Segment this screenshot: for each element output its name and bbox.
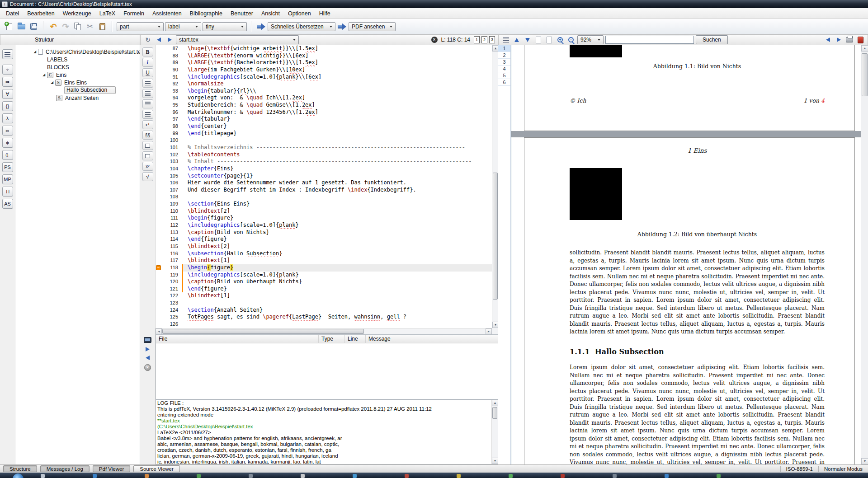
panel-toggle-messages-log[interactable]: Messages / Log [40, 465, 90, 472]
view-run-button[interactable] [338, 23, 346, 30]
code-line[interactable]: 87\huge{\textbf{wichtige arbeit}}\\[1.5e… [156, 45, 492, 52]
align-center-button[interactable] [142, 89, 153, 98]
sectioning-button[interactable]: §§ [142, 131, 153, 140]
code-line[interactable]: 108 [156, 193, 492, 201]
pdf-page-list[interactable]: 123456 [498, 45, 511, 464]
page-layout-button-1[interactable]: 1 [474, 36, 480, 43]
code-line[interactable]: 123 [156, 300, 492, 307]
pdf-scrollbar[interactable]: ▲ ▼ [861, 45, 868, 464]
code-line[interactable]: 90\Large{im Fachgebiet Gurken}\\[10ex] [156, 66, 492, 74]
misc-math-symbols-icon[interactable]: ∀ [2, 89, 13, 99]
expander-icon[interactable]: ◢ [41, 73, 47, 77]
taskbar-app-icon[interactable] [613, 474, 617, 478]
code-line[interactable]: 105\setcounter{page}{1} [156, 173, 492, 180]
taskbar-app-icon[interactable] [561, 474, 565, 478]
code-line[interactable]: 126 [156, 321, 492, 328]
scroll-down-arrow[interactable]: ▼ [861, 458, 868, 464]
menu-latex[interactable]: LaTeX [95, 9, 119, 18]
page-number-item[interactable]: 5 [498, 72, 510, 79]
scroll-down-arrow[interactable]: ▼ [492, 458, 498, 464]
taskbar[interactable] [0, 473, 868, 478]
pstricks-icon[interactable]: PS [2, 162, 13, 172]
enumerate-button[interactable] [142, 110, 153, 119]
code-line[interactable]: 107Und dieser Begriff steht im Index : I… [156, 187, 492, 194]
code-line[interactable]: 117\blindtext[1] [156, 257, 492, 264]
taskbar-app-icon[interactable] [41, 474, 45, 478]
newline-button[interactable]: ↵ [142, 120, 153, 129]
previous-error-button[interactable] [146, 356, 150, 360]
scrollbar-thumb[interactable] [862, 53, 868, 96]
frame-box-button[interactable] [142, 141, 153, 150]
undo-button[interactable]: ↶ [48, 21, 59, 32]
code-line[interactable]: 101% Inhaltsverzeichnis ----------------… [156, 144, 492, 151]
code-line[interactable]: 95Studienbereich: & \quad Gemüse\\[1.2ex… [156, 102, 492, 109]
refresh-structure-button[interactable]: ↻ [143, 36, 152, 44]
font-size-combo[interactable]: tiny [203, 22, 247, 31]
code-line[interactable]: 99\end{titlepage} [156, 130, 492, 137]
scroll-down-arrow[interactable]: ▼ [492, 322, 499, 328]
log-view[interactable]: LOG FILE :This is pdfTeX, Version 3.1415… [156, 399, 498, 464]
fit-width-button[interactable] [534, 36, 543, 44]
zoom-in-button[interactable]: + [556, 36, 565, 44]
code-line[interactable]: 93\begin{tabular}{rl}\\ [156, 88, 492, 95]
math-box-button[interactable] [142, 151, 153, 160]
menu-benutzer[interactable]: Benutzer [226, 9, 257, 18]
superscript-button[interactable]: x² [142, 162, 153, 171]
panel-toggle-source-viewer[interactable]: Source Viewer [133, 465, 180, 472]
taskbar-app-icon[interactable] [509, 474, 513, 478]
code-line[interactable]: 113\caption{Bild von Nichts} [156, 229, 492, 236]
menu-optionen[interactable]: Optionen [284, 9, 315, 18]
code-line[interactable]: 88\LARGE{\textbf{enorm wichtig}}\\[6ex] [156, 52, 492, 60]
tree-item[interactable]: ◢SEins Eins [15, 79, 140, 86]
editor-horizontal-scrollbar[interactable]: ◄ ► [156, 328, 492, 334]
code-line[interactable]: 96Matrikelnummer: & \quad 1234567\\[1.2e… [156, 109, 492, 116]
code-line[interactable]: 124\section{Anzahl Seiten} [156, 307, 492, 314]
taskbar-app-icon[interactable] [717, 474, 721, 478]
panel-toggle-structure[interactable]: Structure [3, 465, 37, 472]
search-button[interactable]: Suchen [696, 35, 728, 44]
tree-item[interactable]: SAnzahl Seiten [15, 94, 140, 102]
label-combo[interactable]: label [165, 22, 201, 31]
code-line[interactable]: −118\begin{figure} [156, 264, 492, 272]
taskbar-app-icon[interactable] [405, 474, 409, 478]
taskbar-app-icon[interactable] [457, 474, 461, 478]
special-symbols-icon[interactable]: ∗ [2, 138, 13, 148]
greek-letters-icon[interactable]: λ [2, 113, 13, 123]
code-line[interactable]: 121\end{figure} [156, 286, 492, 293]
fold-marker-icon[interactable]: − [156, 265, 161, 270]
code-line[interactable]: 94vorgelegt von: & \quad Ich\\[1.2ex] [156, 94, 492, 102]
panel-toggle-pdf-viewer[interactable]: Pdf Viewer [93, 465, 130, 472]
page-number-item[interactable]: 1 [498, 45, 510, 52]
relation-symbols-icon[interactable]: ÷ [2, 65, 13, 75]
tree-item[interactable]: ◢C:\Users\Chris\Desktop\Beispiel\start.t… [15, 48, 140, 56]
previous-document-button[interactable] [154, 36, 163, 44]
menu-bearbeiten[interactable]: Bearbeiten [23, 9, 58, 18]
pdf-back-button[interactable] [823, 36, 832, 44]
page-down-button[interactable] [523, 36, 532, 44]
scrollbar-thumb[interactable] [493, 173, 498, 300]
expander-icon[interactable]: ◢ [32, 50, 38, 54]
next-document-button[interactable] [165, 36, 174, 44]
code-line[interactable]: 92\normalsize [156, 80, 492, 88]
scroll-right-arrow[interactable]: ► [486, 328, 492, 335]
new-file-button[interactable]: + [4, 21, 14, 32]
tree-item[interactable]: BLOCKS [15, 63, 140, 71]
underline-button[interactable]: U [142, 68, 153, 77]
column-header-type[interactable]: Type [319, 335, 345, 343]
editor-vertical-scrollbar[interactable]: ▲ ▼ [492, 45, 498, 328]
bold-button[interactable]: B [142, 47, 153, 56]
delimiters-icon[interactable]: {} [2, 101, 13, 111]
structure-view-icon[interactable] [2, 49, 13, 59]
code-line[interactable]: 125TotPages sagt, es sind \pageref{LastP… [156, 314, 492, 321]
itemize-button[interactable] [142, 99, 153, 108]
code-line[interactable]: 122\blindtext[1] [156, 292, 492, 300]
misc-symbols-icon[interactable]: ∞ [2, 126, 13, 136]
code-line[interactable]: 104\chapter{Eins} [156, 165, 492, 173]
taskbar-app-icon[interactable] [197, 474, 201, 478]
menu-bibliographie[interactable]: Bibliographie [186, 9, 226, 18]
structure-level-combo[interactable]: part [117, 22, 164, 31]
asymptote-icon[interactable]: AS [2, 199, 13, 209]
code-line[interactable]: 100 [156, 137, 492, 144]
menu-datei[interactable]: Datei [2, 9, 23, 18]
code-line[interactable]: 98\end{center} [156, 123, 492, 130]
